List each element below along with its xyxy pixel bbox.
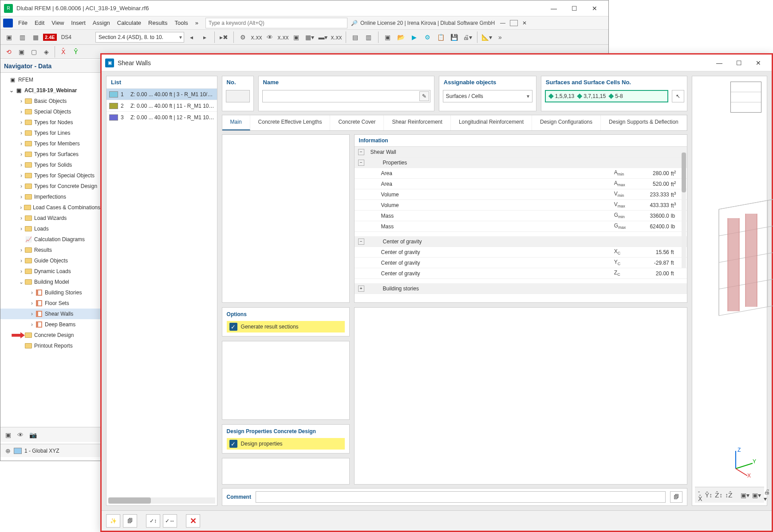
tree-building-model[interactable]: Building Model	[34, 279, 69, 285]
eye-icon[interactable]: 👁	[15, 429, 26, 441]
camera-icon[interactable]: 📷	[27, 429, 39, 441]
tree-project[interactable]: ACI_318-19_Webinar	[24, 87, 77, 94]
collapse-icon[interactable]: −	[358, 239, 364, 245]
tree-item[interactable]: Results	[34, 247, 52, 253]
tool-icon[interactable]: ▣	[382, 31, 394, 43]
tree-item[interactable]: Types for Special Objects	[34, 172, 95, 179]
tree-item[interactable]: Types for Surfaces	[34, 151, 79, 157]
assignable-select[interactable]: Surfaces / Cells	[443, 90, 532, 102]
tree-shear-walls[interactable]: Shear Walls	[45, 311, 73, 317]
tool-icon[interactable]: x.xx	[251, 31, 262, 43]
section-select[interactable]: Section 2.4 (ASD), 8. to 10.	[95, 32, 184, 43]
menu-calculate[interactable]: Calculate	[114, 18, 145, 28]
tree-item[interactable]: Special Objects	[34, 109, 71, 115]
list-item[interactable]: 3 Z: 0.00 ... 40.00 ft | 12 - R_M1 10…	[106, 111, 217, 123]
tree-item[interactable]: Guide Objects	[34, 258, 68, 264]
eye-icon[interactable]: 👁	[264, 31, 276, 43]
menu-overflow[interactable]: »	[192, 18, 202, 28]
menu-insert[interactable]: Insert	[67, 18, 89, 28]
list-item[interactable]: 2 Z: 0.00 ... 40.00 ft | 11 - R_M1 10…	[106, 100, 217, 111]
tab-eff-lengths[interactable]: Concrete Effective Lengths	[250, 115, 331, 130]
comment-field[interactable]	[256, 491, 666, 503]
save-icon[interactable]: 💾	[449, 31, 460, 43]
print-icon[interactable]: 🖨▾	[462, 31, 473, 43]
menu-edit[interactable]: Edit	[31, 18, 48, 28]
copy-button[interactable]: 🗐	[123, 514, 137, 528]
coord-system-row[interactable]: ⊕ 1 - Global XYZ	[0, 444, 100, 457]
tree-item[interactable]: Concrete Design	[34, 332, 74, 338]
tool-icon[interactable]: ▦	[30, 31, 41, 43]
tab-shear-reinf[interactable]: Shear Reinforcement	[384, 115, 450, 130]
tree-item[interactable]: Building Stories	[45, 289, 82, 296]
prev-icon[interactable]: ◂	[186, 31, 197, 43]
option-generate-sections[interactable]: ✓ Generate result sections	[227, 321, 345, 332]
new-button[interactable]: ✨	[106, 514, 120, 528]
tree-item[interactable]: Loads	[34, 226, 49, 232]
menu-tools[interactable]: Tools	[171, 18, 191, 28]
play-icon[interactable]: ▶	[409, 31, 420, 43]
tab-long-reinf[interactable]: Longitudinal Reinforcement	[451, 115, 532, 130]
surfaces-field[interactable]: 1,5,9,13 3,7,11,15 5-8	[545, 90, 668, 102]
view-iso-icon[interactable]: ↕Ẑ	[725, 489, 733, 501]
menu-file[interactable]: File	[15, 18, 31, 28]
restore-icon[interactable]	[510, 20, 518, 26]
tool-icon[interactable]: x.xx	[277, 31, 289, 43]
tree-item[interactable]: Types for Members	[34, 141, 80, 147]
tree-item[interactable]: Printout Reports	[34, 343, 73, 349]
tree-item[interactable]: Basic Objects	[34, 98, 67, 104]
dialog-minimize[interactable]: —	[710, 56, 729, 70]
next-icon[interactable]: ▸	[199, 31, 211, 43]
tool-icon[interactable]: ▤	[350, 31, 361, 43]
tree-item[interactable]: Types for Solids	[34, 162, 72, 168]
horizontal-scrollbar[interactable]	[108, 497, 215, 504]
cube-icon[interactable]: ▣	[16, 46, 27, 58]
tree-item[interactable]: Types for Concrete Design	[34, 183, 97, 189]
view-mode-icon[interactable]: ▣▾	[740, 489, 750, 501]
pick-button[interactable]: ↖	[672, 90, 684, 102]
tool-icon[interactable]: ⚙	[237, 31, 249, 43]
menu-view[interactable]: View	[48, 18, 67, 28]
menu-assign[interactable]: Assign	[89, 18, 114, 28]
menu-results[interactable]: Results	[145, 18, 171, 28]
tool-icon[interactable]: 📋	[435, 31, 447, 43]
axis-y-icon[interactable]: Ŷ	[70, 46, 82, 58]
tool-icon[interactable]: ▬▾	[317, 31, 329, 43]
comment-more-button[interactable]: 🗐	[670, 491, 682, 503]
flag-icon[interactable]: ▸✖	[218, 31, 230, 43]
minimize-button[interactable]: —	[544, 2, 564, 15]
checkbox-checked-icon[interactable]: ✓	[229, 440, 237, 448]
collapse-icon[interactable]: −	[358, 149, 364, 155]
dialog-close[interactable]: ✕	[749, 56, 768, 70]
grid-icon[interactable]: ▦▾	[304, 31, 316, 43]
view-cube[interactable]	[730, 82, 761, 113]
view-z-icon[interactable]: Ẑ↕	[714, 489, 723, 501]
tool-icon[interactable]: ▥	[16, 31, 28, 43]
tree-item[interactable]: Load Wizards	[34, 215, 67, 221]
tool-icon[interactable]: 📐▾	[481, 31, 493, 43]
overflow-icon[interactable]: »	[494, 31, 506, 43]
navigator-tree[interactable]: ▣RFEM ⌄▣ACI_318-19_Webinar ›Basic Object…	[0, 73, 100, 353]
view-y-icon[interactable]: Ŷ↕	[705, 489, 713, 501]
tool-icon[interactable]: ▣	[3, 31, 15, 43]
dialog-maximize[interactable]: ☐	[729, 56, 749, 70]
checkbox-checked-icon[interactable]: ✓	[229, 323, 237, 331]
tree-item[interactable]: Calculation Diagrams	[34, 236, 85, 243]
option-design-properties[interactable]: ✓ Design properties	[227, 438, 345, 450]
gear-icon[interactable]: ⚙	[422, 31, 434, 43]
list-item[interactable]: 1 Z: 0.00 ... 40.00 ft | 3 - R_M1 10/…	[106, 88, 217, 100]
print-icon[interactable]: 🖨▾	[763, 489, 770, 501]
tab-cover[interactable]: Concrete Cover	[330, 115, 384, 130]
tab-supports[interactable]: Design Supports & Deflection	[601, 115, 687, 130]
tree-item[interactable]: Types for Lines	[34, 130, 70, 136]
tool-icon[interactable]: ▥	[363, 31, 375, 43]
tree-item[interactable]: Types for Nodes	[34, 119, 73, 125]
tab-main[interactable]: Main	[222, 115, 250, 130]
check2-button[interactable]: ✓↔	[163, 514, 177, 528]
collapse-icon[interactable]: −	[358, 160, 364, 166]
check-button[interactable]: ✓↕	[146, 514, 160, 528]
tree-item[interactable]: Floor Sets	[45, 300, 69, 306]
tree-item[interactable]: Dynamic Loads	[34, 268, 71, 274]
folder-icon[interactable]: 📂	[395, 31, 407, 43]
cube-icon[interactable]: ◈	[40, 46, 52, 58]
preview-3d-panel[interactable]: Z Y X -X̂ Ŷ↕ Ẑ↕ ↕Ẑ ▣▾ ▣▾ 🖨▾ ⟲	[692, 76, 767, 506]
